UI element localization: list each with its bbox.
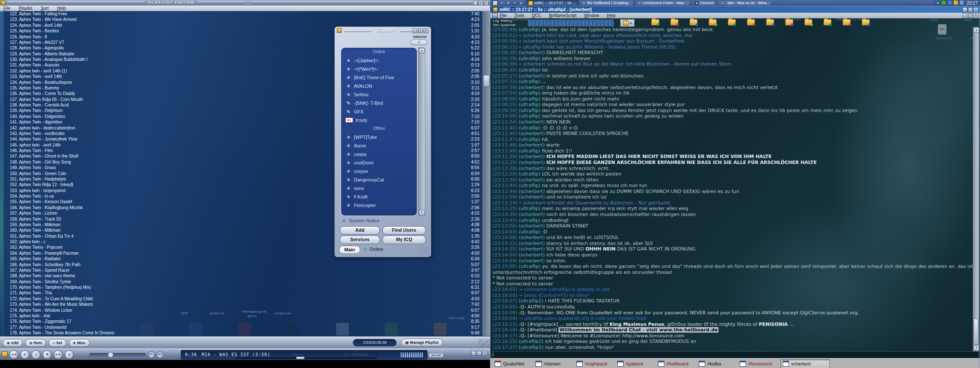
chat-scrollbar[interactable]: ▲ ▼ bbox=[973, 27, 979, 351]
my-icq-button[interactable]: My ICQ bbox=[382, 236, 426, 244]
sel-button[interactable]: ≡Sel bbox=[48, 339, 66, 347]
status-selector[interactable]: ✳ Online bbox=[362, 246, 383, 252]
winamp-bolt-icon[interactable]: ⌁ bbox=[513, 1, 517, 5]
playlist-track-row[interactable]: 175. aphex twin - xtal4:50 bbox=[4, 313, 483, 319]
playlist-track-row[interactable]: 178. Aphex Twin - The Snow Answers Come … bbox=[4, 330, 483, 336]
spectrum-visualizer[interactable] bbox=[401, 352, 423, 357]
contact-row[interactable]: ✳F.Kraft bbox=[341, 193, 417, 201]
pl-toggle-button[interactable]: PL bbox=[148, 351, 155, 358]
send-file-icon[interactable] bbox=[728, 19, 736, 26]
address-book-icon[interactable] bbox=[804, 19, 812, 26]
contact-row[interactable]: N/Atrouty bbox=[341, 116, 417, 124]
menu-help[interactable]: Help bbox=[607, 13, 616, 18]
minimize-icon[interactable]: – bbox=[963, 7, 967, 12]
contact-row[interactable]: ✳Sehtos bbox=[341, 90, 417, 99]
contact-row[interactable]: ✎-]SNK[- T-Bird bbox=[341, 99, 417, 107]
mdi-minimize-icon[interactable]: – bbox=[963, 13, 967, 18]
system-notice-item[interactable]: ✳ System Notice bbox=[341, 218, 379, 224]
playlist-titlebar[interactable]: PLAYLIST EDITOR – ▾ ✕ bbox=[0, 0, 490, 6]
taskbar-window-button[interactable]: ethe Hellboard | Scripting... bbox=[580, 0, 634, 6]
contact-row[interactable]: ✳coolDomi bbox=[341, 158, 417, 167]
volume-slider[interactable] bbox=[89, 353, 145, 356]
previous-button[interactable]: ◄◄ bbox=[9, 350, 18, 359]
contact-row[interactable]: ✳corpse bbox=[341, 167, 417, 175]
channel-button-hellboard[interactable]: #hellboard bbox=[658, 361, 695, 367]
chat-log[interactable]: (23:05:49) (ultraflip) ja. klar. das ist… bbox=[491, 27, 973, 351]
contact-row[interactable]: ✳Asron bbox=[341, 141, 417, 150]
menu-playlist[interactable]: Playlist bbox=[19, 6, 32, 11]
minimize-icon[interactable]: – bbox=[473, 1, 478, 6]
seek-knob[interactable] bbox=[296, 356, 305, 359]
menu-window[interactable]: Window bbox=[584, 13, 599, 18]
scrollbar-thumb[interactable] bbox=[974, 319, 978, 345]
scroll-down-icon[interactable]: ▼ bbox=[419, 210, 424, 215]
playlist-track-row[interactable]: 169. Aphex Twin - Strotha Tynhe2:12 bbox=[4, 279, 483, 285]
connect-icon[interactable] bbox=[651, 19, 659, 26]
scroll-down-icon[interactable]: ▼ bbox=[974, 345, 979, 351]
playlist-track-row[interactable]: 122. Aphex Twin - Falling Free7:40 bbox=[4, 11, 483, 17]
get-file-icon[interactable] bbox=[747, 19, 755, 26]
minimize-icon[interactable]: – bbox=[471, 351, 476, 356]
resize-grip[interactable] bbox=[478, 339, 489, 347]
playlist-track-row[interactable]: 168. Aphex Twin - star wars theme6:10 bbox=[4, 273, 483, 279]
add-button[interactable]: ⊕Add bbox=[3, 339, 23, 347]
minimize-icon[interactable]: – bbox=[413, 29, 417, 33]
icq-tray-icon[interactable] bbox=[941, 0, 946, 5]
taskbar-window-button[interactable]: AAzureus bbox=[692, 0, 716, 6]
stop-button[interactable]: ■ bbox=[43, 350, 51, 359]
contact-row[interactable]: ✳caspa bbox=[341, 150, 417, 158]
resize-grip[interactable] bbox=[418, 246, 429, 255]
mirc-tray-icon[interactable] bbox=[953, 0, 958, 5]
mdi-restore-icon[interactable]: ❐ bbox=[968, 13, 973, 18]
playlist-track-row[interactable]: 172. Aphex Twin - To Cure A Weakling Chi… bbox=[4, 296, 483, 302]
scrollbar-thumb[interactable] bbox=[483, 75, 490, 87]
channel-button-gattack[interactable]: #gattack bbox=[617, 361, 654, 367]
rem-button[interactable]: ⊖Rem bbox=[25, 339, 46, 347]
main-tab[interactable]: Main bbox=[339, 246, 360, 254]
show-desktop-icon[interactable] bbox=[493, 0, 498, 6]
help-icon[interactable] bbox=[862, 19, 870, 26]
video-vis-dropdown[interactable]: ▼ bbox=[410, 40, 427, 45]
options-icon[interactable] bbox=[670, 19, 678, 26]
messenger-tray-icon[interactable] bbox=[947, 0, 952, 5]
play-button[interactable]: ► bbox=[20, 350, 29, 359]
seek-bar[interactable] bbox=[236, 357, 377, 359]
highlight-icon[interactable] bbox=[843, 19, 851, 26]
ie2-icon[interactable]: e bbox=[506, 1, 510, 5]
menu-dcc[interactable]: DCC bbox=[532, 13, 541, 18]
taskbar-window-button[interactable]: mIRC :: 23:17:27 :: 0s ... bbox=[526, 0, 578, 6]
playlist-track-row[interactable]: 173. Aphex Twin - We Are the Music Maker… bbox=[4, 302, 483, 307]
shade-icon[interactable]: ▾ bbox=[479, 1, 483, 6]
contact-row[interactable]: ✳[BoE] Three of Five bbox=[341, 73, 417, 82]
query-icon[interactable] bbox=[709, 19, 717, 26]
taskbar-window-button[interactable]: eLionSource Foren - Was ... bbox=[635, 0, 691, 6]
close-icon[interactable]: ✕ bbox=[424, 29, 428, 33]
add-button[interactable]: Add bbox=[340, 226, 380, 235]
contact-row[interactable]: ✳Floricopter bbox=[341, 201, 417, 210]
ie-icon[interactable]: e bbox=[500, 1, 504, 5]
playlist-track-row[interactable]: 167. Aphex Twin - Speed Racer3:47 bbox=[4, 267, 483, 273]
restore-icon[interactable]: ❐ bbox=[968, 7, 973, 12]
services-button[interactable]: Services bbox=[340, 236, 380, 244]
contact-row[interactable]: ✎GFX bbox=[341, 107, 417, 116]
menu-file[interactable]: File bbox=[500, 13, 507, 18]
channel-button-darwin[interactable]: #darwin bbox=[536, 361, 572, 367]
misc-button[interactable]: ✳Misc bbox=[69, 339, 90, 347]
volume-knob[interactable] bbox=[108, 352, 114, 358]
shade-icon[interactable]: ▾ bbox=[418, 29, 423, 33]
channel-button-QuakeNet[interactable]: QuakeNet bbox=[495, 361, 531, 367]
menu-nonamescript[interactable]: NoNameScript bbox=[549, 13, 576, 18]
channel-button-eightpack[interactable]: #eightpack bbox=[576, 361, 613, 367]
channel-button-scherbert[interactable]: scherbert bbox=[781, 359, 830, 368]
eject-button[interactable]: ▲ bbox=[65, 350, 74, 359]
menu-sort[interactable]: Sort bbox=[41, 6, 48, 11]
contact-row[interactable]: ✳-=]*Wes*[=- bbox=[341, 65, 417, 73]
close-icon[interactable]: ✕ bbox=[484, 1, 489, 6]
message-input[interactable] bbox=[491, 351, 979, 358]
playlist-scrollbar[interactable] bbox=[482, 11, 490, 336]
pause-button[interactable]: || bbox=[31, 350, 40, 359]
scroll-up-icon[interactable]: ▲ bbox=[974, 28, 979, 33]
mirc-titlebar[interactable]: mIRC :: 23:17:27 :: 0s :: ultraflip2 - [… bbox=[490, 6, 980, 13]
mdi-window-icon[interactable] bbox=[492, 13, 498, 19]
ml-toggle-button[interactable]: ML bbox=[157, 351, 163, 358]
